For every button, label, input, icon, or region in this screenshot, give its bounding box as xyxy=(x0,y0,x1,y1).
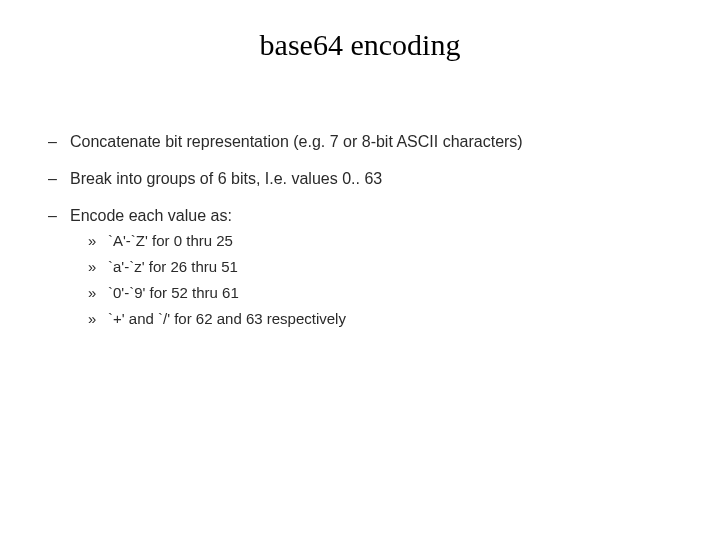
raquo-icon: » xyxy=(88,258,108,276)
dash-icon: – xyxy=(48,132,70,151)
slide-body: – Concatenate bit representation (e.g. 7… xyxy=(0,62,720,328)
list-item-text: Encode each value as: xyxy=(70,206,232,225)
list-item: » `0'-`9' for 52 thru 61 xyxy=(88,284,720,302)
list-item: » `+' and `/' for 62 and 63 respectively xyxy=(88,310,720,328)
raquo-icon: » xyxy=(88,232,108,250)
list-item-text: Concatenate bit representation (e.g. 7 o… xyxy=(70,132,523,151)
list-item-text: `a'-`z' for 26 thru 51 xyxy=(108,258,238,276)
raquo-icon: » xyxy=(88,284,108,302)
sub-list: » `A'-`Z' for 0 thru 25 » `a'-`z' for 26… xyxy=(48,232,720,328)
list-item-text: `0'-`9' for 52 thru 61 xyxy=(108,284,239,302)
list-item-text: `A'-`Z' for 0 thru 25 xyxy=(108,232,233,250)
list-item-text: `+' and `/' for 62 and 63 respectively xyxy=(108,310,346,328)
raquo-icon: » xyxy=(88,310,108,328)
list-item-text: Break into groups of 6 bits, I.e. values… xyxy=(70,169,382,188)
dash-icon: – xyxy=(48,169,70,188)
list-item: – Concatenate bit representation (e.g. 7… xyxy=(48,132,720,151)
list-item: – Break into groups of 6 bits, I.e. valu… xyxy=(48,169,720,188)
dash-icon: – xyxy=(48,206,70,225)
list-item: » `A'-`Z' for 0 thru 25 xyxy=(88,232,720,250)
slide-title: base64 encoding xyxy=(0,0,720,62)
list-item: » `a'-`z' for 26 thru 51 xyxy=(88,258,720,276)
list-item: – Encode each value as: xyxy=(48,206,720,225)
